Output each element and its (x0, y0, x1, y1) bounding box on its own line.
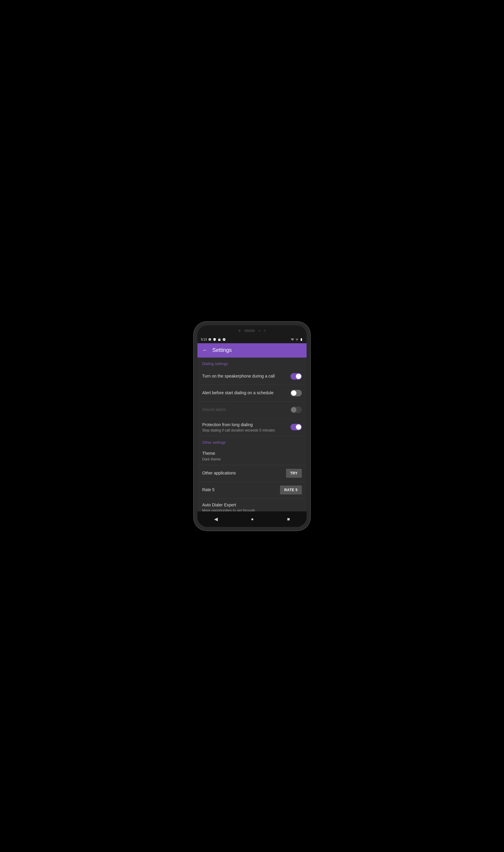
theme-setting-row[interactable]: Theme Dark theme (197, 447, 307, 465)
dialing-settings-header: Dialing settings (197, 358, 307, 368)
theme-text: Theme Dark theme (202, 451, 302, 461)
try-button[interactable]: TRY (286, 469, 302, 478)
back-button[interactable]: ← (202, 347, 208, 354)
other-applications-setting-row: Other applications TRY (197, 465, 307, 482)
sound-alarm-setting-row: Sound alarm (197, 402, 307, 418)
speakerphone-toggle[interactable] (290, 373, 302, 380)
status-bar: 5:13 (197, 336, 307, 343)
light-sensor (264, 330, 266, 332)
page-title: Settings (212, 347, 232, 354)
proximity-sensor (258, 330, 260, 332)
status-time: 5:13 (201, 338, 207, 341)
sound-alarm-title: Sound alarm (202, 407, 290, 413)
alert-before-title: Alert before start dialing on a schedule (202, 390, 290, 396)
status-right (291, 338, 303, 341)
status-left: 5:13 (201, 338, 226, 341)
gear-status-icon (208, 338, 212, 341)
alert-before-setting-row: Alert before start dialing on a schedule (197, 385, 307, 402)
alert-before-toggle[interactable] (290, 390, 302, 396)
other-applications-text: Other applications (202, 470, 286, 476)
alert-before-toggle-knob (291, 391, 296, 396)
rate5-button[interactable]: RATE 5 (280, 486, 302, 494)
auto-dialer-subtitle: More opportunities to get through (202, 508, 302, 511)
protection-title: Protection from long dialing (202, 422, 290, 428)
earpiece-speaker (244, 329, 255, 332)
protection-text: Protection from long dialing Stop dialin… (202, 422, 290, 433)
rate5-text: Rate 5 (202, 487, 280, 493)
recents-nav-button[interactable]: ■ (281, 514, 296, 524)
auto-dialer-text: Auto Dialer Expert More opportunities to… (202, 502, 302, 511)
protection-toggle-knob (296, 424, 301, 430)
phone-hardware-top (197, 325, 307, 336)
lock-status-icon (218, 338, 221, 341)
settings-content: Dialing settings Turn on the speakerphon… (197, 358, 307, 511)
alert-before-text: Alert before start dialing on a schedule (202, 390, 290, 396)
shield-status-icon (213, 338, 216, 341)
speakerphone-text: Turn on the speakerphone during a call (202, 373, 290, 379)
bottom-navigation: ◀ ● ■ (197, 511, 307, 527)
auto-dialer-title: Auto Dialer Expert (202, 502, 302, 508)
data-status-icon (222, 338, 226, 341)
speakerphone-setting-row: Turn on the speakerphone during a call (197, 368, 307, 385)
home-nav-button[interactable]: ● (245, 514, 260, 524)
speakerphone-toggle-knob (296, 374, 301, 379)
phone-device: 5:13 ← Settings Dialing settings (194, 322, 310, 530)
app-bar: ← Settings (197, 343, 307, 358)
battery-icon (300, 338, 303, 341)
theme-title: Theme (202, 451, 302, 457)
auto-dialer-setting-row[interactable]: Auto Dialer Expert More opportunities to… (197, 498, 307, 511)
theme-subtitle: Dark theme (202, 457, 302, 461)
other-applications-title: Other applications (202, 470, 286, 476)
other-settings-header: Other settings (197, 436, 307, 447)
protection-toggle[interactable] (290, 424, 302, 430)
sound-alarm-toggle-knob (291, 407, 296, 413)
wifi-icon (291, 338, 294, 341)
phone-screen: 5:13 ← Settings Dialing settings (197, 325, 307, 527)
back-nav-button[interactable]: ◀ (208, 514, 224, 524)
speakerphone-title: Turn on the speakerphone during a call (202, 373, 290, 379)
sound-alarm-toggle[interactable] (290, 406, 302, 413)
sound-alarm-text: Sound alarm (202, 407, 290, 413)
rate5-setting-row: Rate 5 RATE 5 (197, 482, 307, 498)
protection-setting-row: Protection from long dialing Stop dialin… (197, 418, 307, 437)
signal-icon (295, 338, 299, 341)
front-camera (238, 329, 241, 332)
protection-subtitle: Stop dialing if call duration exceeds 5 … (202, 428, 290, 432)
rate5-title: Rate 5 (202, 487, 280, 493)
